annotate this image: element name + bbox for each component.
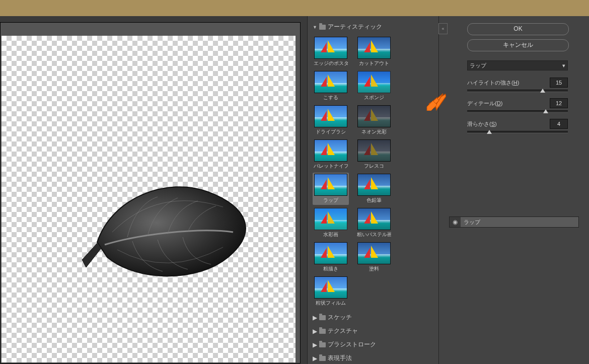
filter-gallery-dialog: ▼ アーティスティック エッジのポスタリゼーション カットアウト こする スポン… (0, 16, 589, 364)
slider-label: ディテール(D) (467, 100, 502, 107)
folder-icon (319, 356, 326, 361)
filter-drybrush[interactable]: ドライブラシ (313, 104, 349, 136)
filter-select[interactable]: ラップ ▾ (467, 60, 568, 70)
category-artistic[interactable]: ▼ アーティスティック (308, 21, 438, 33)
slider-track[interactable] (467, 110, 568, 113)
effect-layer-name: ラップ (461, 217, 578, 227)
category-label: スケッチ (328, 313, 352, 322)
filter-edge-poster[interactable]: エッジのポスタリゼーション (313, 36, 349, 68)
disclosure-right-icon: ▶ (313, 355, 317, 362)
category-label: テクスチャ (328, 327, 358, 335)
disclosure-right-icon: ▶ (313, 328, 317, 335)
filter-select-value: ラップ (470, 62, 486, 69)
filter-pencil[interactable]: 色鉛筆 (356, 173, 392, 205)
filter-neon[interactable]: ネオン光彩 (356, 104, 392, 136)
filter-fresco[interactable]: フレスコ (356, 138, 392, 171)
filter-options-panel: « OK キャンセル ラップ ▾ ハイライトの強さ(H) 15 ディテール(D)… (439, 16, 589, 364)
cancel-button[interactable]: キャンセル (467, 39, 569, 51)
filter-cutout[interactable]: カットアウト (356, 36, 392, 68)
slider-knob[interactable] (543, 109, 548, 113)
category-label: アーティスティック (328, 23, 382, 31)
folder-icon (319, 25, 326, 30)
effect-layer-row[interactable]: ◉ ラップ (449, 216, 579, 228)
category-sketch[interactable]: ▶スケッチ (308, 311, 438, 324)
filter-rough-draw[interactable]: 粗描き (313, 241, 349, 273)
chevron-down-icon: ▾ (562, 62, 565, 69)
category-stylize[interactable]: ▶表現手法 (308, 351, 438, 364)
folder-icon (319, 315, 326, 320)
slider-highlight: ハイライトの強さ(H) 15 (467, 78, 568, 92)
disclosure-right-icon: ▶ (313, 314, 317, 321)
folder-icon (319, 329, 326, 334)
artistic-thumbnails: エッジのポスタリゼーション カットアウト こする スポンジ ドライブラシ ネオン… (308, 33, 438, 311)
folder-icon (319, 342, 326, 347)
slider-value[interactable]: 12 (550, 98, 568, 108)
filter-paint[interactable]: 塗料 (356, 241, 392, 273)
slider-knob[interactable] (540, 89, 545, 93)
preview-pane (0, 16, 307, 364)
visibility-eye-icon[interactable]: ◉ (450, 219, 461, 226)
filter-watercolor[interactable]: 水彩画 (313, 207, 349, 239)
filter-smudge[interactable]: こする (313, 70, 349, 102)
preview-frame (0, 22, 301, 363)
disclosure-right-icon: ▶ (313, 341, 317, 348)
preview-canvas[interactable] (2, 36, 296, 362)
category-label: ブラシストローク (328, 340, 376, 349)
slider-label: 滑らかさ(S) (467, 120, 497, 128)
filter-palette[interactable]: パレットナイフ (313, 138, 349, 171)
window-titlebar (0, 0, 589, 16)
slider-value[interactable]: 15 (550, 78, 568, 88)
category-texture[interactable]: ▶テクスチャ (308, 324, 438, 338)
filter-category-panel: ▼ アーティスティック エッジのポスタリゼーション カットアウト こする スポン… (307, 16, 439, 364)
category-label: 表現手法 (328, 354, 352, 362)
preview-image (77, 157, 263, 287)
disclosure-down-icon: ▼ (313, 25, 317, 30)
filter-film-grain[interactable]: 粒状フィルム (313, 275, 349, 308)
slider-track[interactable] (467, 131, 568, 133)
slider-smooth: 滑らかさ(S) 4 (467, 119, 568, 133)
filter-wrap[interactable]: ラップ (313, 173, 349, 205)
slider-value[interactable]: 4 (550, 119, 568, 129)
ok-button[interactable]: OK (467, 23, 569, 35)
slider-detail: ディテール(D) 12 (467, 98, 568, 113)
slider-track[interactable] (467, 90, 568, 92)
filter-rough-pastel[interactable]: 粗いパステル画 (356, 207, 392, 239)
slider-knob[interactable] (487, 130, 492, 134)
filter-sponge[interactable]: スポンジ (356, 70, 392, 102)
category-brush[interactable]: ▶ブラシストローク (308, 338, 438, 351)
slider-label: ハイライトの強さ(H) (467, 79, 519, 87)
collapse-panel-button[interactable]: « (438, 23, 448, 34)
